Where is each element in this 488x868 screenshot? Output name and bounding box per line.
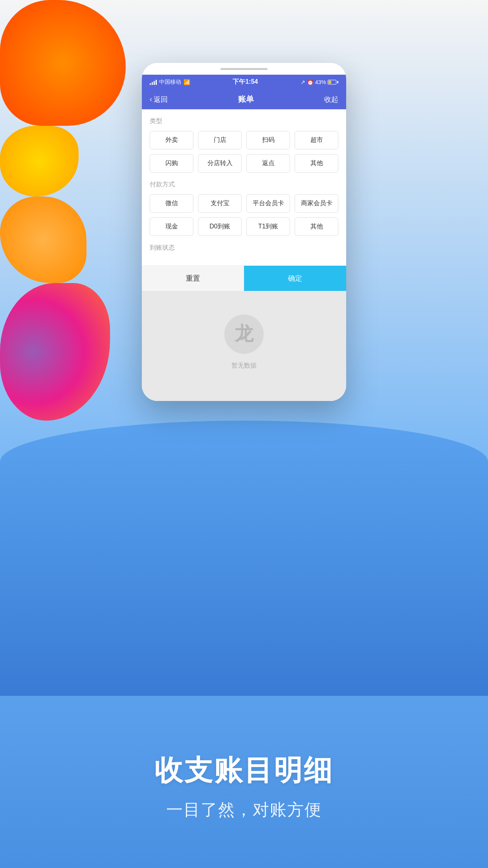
promo-subtitle: 一目了然，对账方便: [166, 799, 322, 821]
type-section-label: 类型: [150, 117, 338, 125]
phone-mockup: 中国移动 📶 下午1:54 ↗ ⏰ 43% ‹ 返回 账单 收起 类型: [142, 63, 346, 401]
signal-icon: [150, 79, 157, 85]
bg-blob-yellow-top: [0, 126, 79, 197]
reset-button[interactable]: 重置: [142, 266, 244, 291]
battery-icon: [328, 80, 338, 85]
type-btn-fandian[interactable]: 返点: [246, 154, 290, 173]
payment-btn-d0[interactable]: D0到账: [198, 217, 242, 236]
collapse-button[interactable]: 收起: [324, 95, 338, 104]
status-section-label: 到账状态: [150, 244, 338, 252]
phone-top-bar: [142, 63, 346, 75]
payment-section-label: 付款方式: [150, 180, 338, 189]
payment-btn-xianjin[interactable]: 现金: [150, 217, 193, 236]
payment-btn-platform-card[interactable]: 平台会员卡: [246, 194, 290, 213]
status-bar: 中国移动 📶 下午1:54 ↗ ⏰ 43%: [142, 75, 346, 89]
filter-content: 类型 外卖 门店 扫码 超市 闪购 分店转入 返点 其他 付款方式 微信 支付宝…: [142, 109, 346, 265]
status-right: ↗ ⏰ 43%: [301, 79, 338, 85]
payment-btn-zhifubao[interactable]: 支付宝: [198, 194, 242, 213]
empty-watermark: 龙: [224, 314, 264, 354]
status-left: 中国移动 📶: [150, 79, 190, 86]
nav-title: 账单: [238, 94, 254, 105]
wifi-icon: 📶: [183, 79, 190, 85]
type-btn-qita1[interactable]: 其他: [295, 154, 338, 173]
type-filter-grid: 外卖 门店 扫码 超市 闪购 分店转入 返点 其他: [150, 131, 338, 173]
carrier-label: 中国移动: [159, 79, 181, 86]
type-btn-shangou[interactable]: 闪购: [150, 154, 193, 173]
type-btn-fenzhuanru[interactable]: 分店转入: [198, 154, 242, 173]
svg-text:龙: 龙: [234, 323, 254, 344]
back-button[interactable]: ‹ 返回: [150, 95, 168, 104]
payment-btn-t1[interactable]: T1到账: [246, 217, 290, 236]
bg-blob-orange-left: [0, 0, 126, 126]
back-chevron-icon: ‹: [150, 95, 152, 103]
alarm-icon: ⏰: [307, 79, 314, 85]
location-icon: ↗: [301, 79, 305, 85]
phone-notch: [220, 68, 268, 70]
empty-state-area: 龙 暂无数据: [142, 291, 346, 401]
bg-blob-orange-right: [0, 197, 86, 283]
bottom-sheet: 重置 确定 龙 暂无数据: [142, 265, 346, 401]
payment-btn-weixin[interactable]: 微信: [150, 194, 193, 213]
promo-title: 收支账目明细: [154, 752, 334, 789]
payment-btn-merchant-card[interactable]: 商家会员卡: [295, 194, 338, 213]
type-btn-waimai[interactable]: 外卖: [150, 131, 193, 149]
watermark-icon: 龙: [228, 318, 260, 350]
payment-filter-grid: 微信 支付宝 平台会员卡 商家会员卡 现金 D0到账 T1到账 其他: [150, 194, 338, 236]
back-label: 返回: [154, 95, 168, 104]
bg-blob-purple-right: [0, 283, 110, 421]
action-buttons: 重置 确定: [142, 265, 346, 291]
type-btn-mendian[interactable]: 门店: [198, 131, 242, 149]
payment-btn-qita2[interactable]: 其他: [295, 217, 338, 236]
confirm-button[interactable]: 确定: [244, 266, 346, 291]
status-time: 下午1:54: [233, 78, 258, 86]
nav-bar: ‹ 返回 账单 收起: [142, 89, 346, 109]
type-btn-chaoshi[interactable]: 超市: [295, 131, 338, 149]
empty-text: 暂无数据: [231, 362, 257, 370]
promo-section: 收支账目明细 一目了然，对账方便: [0, 632, 488, 868]
battery-percent: 43%: [315, 79, 326, 85]
type-btn-saoma[interactable]: 扫码: [246, 131, 290, 149]
